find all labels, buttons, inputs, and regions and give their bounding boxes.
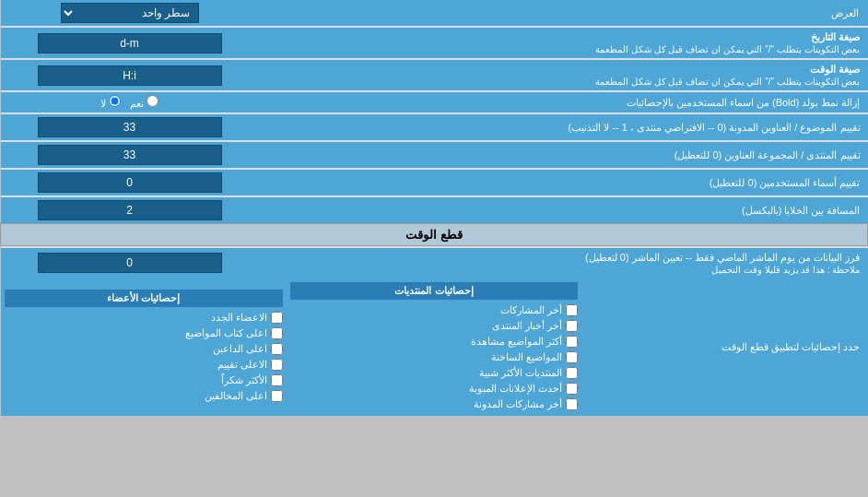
radio-no-label: لا: [100, 95, 121, 110]
user-order-input[interactable]: 0: [38, 172, 222, 193]
stats-members-header: إحصائيات الأعضاء: [5, 290, 284, 307]
row-select[interactable]: سطر واحد: [61, 3, 199, 23]
cb-members-3[interactable]: [271, 343, 283, 355]
stats-members-col: إحصائيات الأعضاء الاعضاء الجدد اعلى كتاب…: [1, 278, 287, 416]
section-title: العرض: [259, 0, 868, 26]
cb-posts-2[interactable]: [566, 320, 578, 332]
checkbox-posts-1: أخر المشاركات: [290, 302, 578, 318]
cb-posts-1[interactable]: [566, 304, 578, 316]
radio-yes[interactable]: [147, 95, 158, 107]
date-format-input[interactable]: d-m: [38, 33, 222, 53]
checkbox-posts-7: أخر مشاركات المدونة: [290, 396, 578, 412]
bold-remove-label: إزالة نمط بولد (Bold) من اسماء المستخدمي…: [259, 92, 868, 112]
forum-order-input-cell: 33: [1, 142, 259, 168]
checkbox-members-3: اعلى الداعبن: [5, 341, 284, 357]
checkbox-posts-3: أكثر المواضيع مشاهدة: [290, 334, 578, 349]
cutoff-value-input-cell: 0: [1, 248, 259, 278]
stats-limit-label: حدد إحصائيات لتطبيق قطع الوقت: [581, 278, 868, 416]
stats-posts-col: إحصائيات المنتديات أخر المشاركات أخر أخب…: [287, 278, 581, 416]
stats-posts-header: إحصائيات المنتديات: [290, 282, 578, 300]
checkbox-members-6: اعلى المخالفين: [5, 388, 284, 404]
date-format-input-cell: d-m: [1, 28, 259, 58]
cutoff-section-header: قطع الوقت: [1, 224, 868, 246]
cell-spacing-label: المسافة بين الخلايا (بالبكسل): [259, 197, 868, 224]
topic-order-input-cell: 33: [1, 114, 259, 140]
cutoff-value-input[interactable]: 0: [38, 253, 222, 273]
cb-posts-5[interactable]: [566, 367, 578, 379]
time-format-label: صيغة الوقت بعض التكوينات يتطلب "/" التي …: [259, 60, 868, 90]
user-order-label: تقييم أسماء المستخدمين (0 للتعطيل): [259, 170, 868, 195]
checkbox-posts-4: المواضيع الساخنة: [290, 349, 578, 365]
cutoff-value-label: فرز البيانات من يوم الماشر الماضي فقط --…: [259, 248, 868, 278]
cb-posts-7[interactable]: [566, 398, 578, 410]
cb-posts-3[interactable]: [566, 336, 578, 348]
time-format-input[interactable]: H:i: [38, 65, 222, 86]
forum-order-label: تقييم المنتدى / المجموعة العناوين (0 للت…: [259, 142, 868, 168]
checkbox-members-4: الاعلى تقييم: [5, 357, 284, 373]
radio-yes-label: نعم: [130, 95, 158, 110]
user-order-input-cell: 0: [1, 170, 259, 195]
cb-posts-4[interactable]: [566, 351, 578, 363]
forum-order-input[interactable]: 33: [38, 145, 222, 165]
cb-members-2[interactable]: [271, 327, 283, 339]
bold-remove-radio-cell: نعم لا: [1, 92, 259, 112]
time-format-input-cell: H:i: [1, 60, 259, 90]
checkbox-members-5: الأكثر شكراً: [5, 373, 284, 388]
date-format-label: صيغة التاريخ بعض التكوينات يتطلب "/" الت…: [259, 28, 868, 58]
radio-no[interactable]: [109, 95, 121, 107]
cb-members-6[interactable]: [271, 390, 283, 402]
checkbox-members-1: الاعضاء الجدد: [5, 310, 284, 325]
cell-spacing-input[interactable]: 2: [38, 200, 222, 220]
cb-members-1[interactable]: [271, 312, 283, 324]
cb-posts-6[interactable]: [566, 383, 578, 395]
cell-spacing-input-cell: 2: [1, 197, 259, 224]
checkbox-posts-2: أخر أخبار المنتدى: [290, 318, 578, 334]
topic-order-label: تقييم الموضوع / العناوين المدونة (0 -- ا…: [259, 114, 868, 140]
cb-members-5[interactable]: [271, 374, 283, 386]
checkbox-members-2: اعلى كتاب المواضيع: [5, 325, 284, 341]
checkbox-posts-6: أحدث الإعلانات المبوبة: [290, 381, 578, 396]
topic-order-input[interactable]: 33: [38, 117, 222, 137]
cb-members-4[interactable]: [271, 359, 283, 371]
checkbox-posts-5: المنتديات الأكثر شبية: [290, 365, 578, 381]
